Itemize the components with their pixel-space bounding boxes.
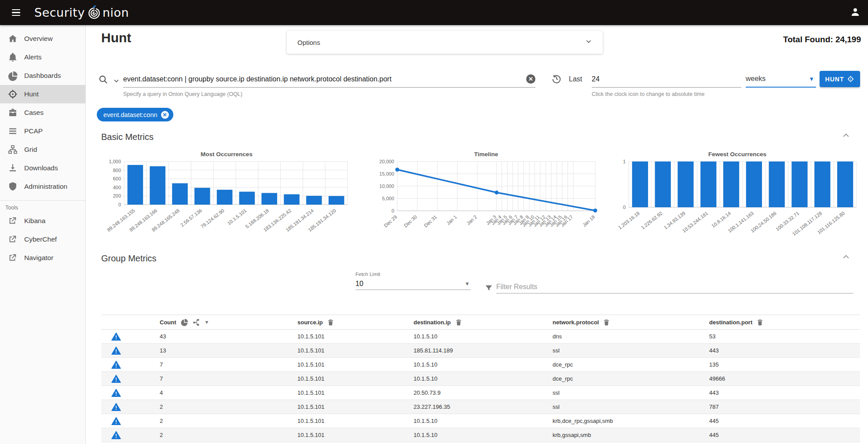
fetch-limit-select[interactable]: 10 ▼: [355, 278, 471, 290]
warning-triangle-icon[interactable]: [101, 332, 160, 341]
most-occurrences-chart-svg: 02004006008001,00089.248.163.15589.248.1…: [101, 159, 352, 243]
sidebar-item-downloads[interactable]: Downloads: [0, 159, 85, 177]
svg-text:400: 400: [113, 185, 121, 190]
sidebar-item-hunt[interactable]: Hunt: [0, 85, 85, 103]
group-results-table: Count ▼ source.ip destination: [101, 315, 860, 442]
svg-text:200: 200: [113, 193, 121, 198]
caret-down-icon[interactable]: ▼: [205, 319, 209, 325]
svg-text:15,000: 15,000: [379, 171, 394, 176]
timeline-chart-title: Timeline: [372, 151, 601, 159]
table-cell: 10.1.5.101: [297, 333, 414, 340]
time-unit-select[interactable]: weeks ▼: [746, 71, 816, 88]
sidebar-item-pcap[interactable]: PCAP: [0, 122, 85, 140]
options-panel[interactable]: Options: [287, 31, 603, 54]
graph-icon[interactable]: [192, 318, 201, 327]
sidebar-item-grid[interactable]: Grid: [0, 140, 85, 159]
hunt-button[interactable]: HUNT: [820, 71, 860, 87]
query-hint: Specify a query in Onion Query Language …: [123, 91, 242, 97]
table-cell: 2: [160, 404, 297, 410]
trash-icon[interactable]: [756, 319, 764, 326]
sidebar-item-alerts[interactable]: Alerts: [0, 48, 85, 66]
group-metrics-title: Group Metrics: [101, 253, 157, 264]
crosshair-icon: [847, 75, 854, 83]
trash-icon[interactable]: [455, 319, 462, 326]
account-icon: [850, 6, 861, 18]
table-cell: dns: [553, 333, 709, 340]
table-row[interactable]: 210.1.5.10123.227.196.35ssl787: [101, 400, 860, 414]
filter-results-field: [496, 280, 853, 294]
table-cell: 10.1.5.10: [414, 432, 553, 438]
svg-text:600: 600: [113, 176, 121, 181]
onion-spiral-icon: [86, 5, 102, 21]
column-source-ip: source.ip: [297, 319, 323, 326]
warning-triangle-icon[interactable]: [101, 402, 160, 412]
svg-text:1.203.16.18: 1.203.16.18: [617, 210, 641, 230]
table-cell: 445: [709, 418, 860, 424]
column-destination-ip: destination.ip: [414, 319, 451, 326]
table-cell: 10.1.5.10: [414, 375, 553, 382]
table-row[interactable]: 210.1.5.10110.1.5.10krb,gssapi,smb445: [101, 428, 860, 442]
clear-query-button[interactable]: ✕: [526, 74, 535, 84]
fewest-occurrences-chart-title: Fewest Occurrences: [614, 151, 861, 159]
remove-filter-icon[interactable]: ✕: [161, 111, 169, 119]
briefcase-icon: [7, 107, 18, 118]
table-row[interactable]: 410.1.5.10120.50.73.9ssl443: [101, 386, 860, 400]
duration-input[interactable]: [592, 71, 741, 87]
sidebar-item-dashboards[interactable]: Dashboards: [0, 66, 85, 85]
table-cell: 443: [709, 347, 860, 354]
app-logo: Security nion: [34, 4, 129, 21]
trash-icon[interactable]: [603, 319, 610, 326]
basic-metrics-collapse-button[interactable]: [841, 131, 851, 141]
sidebar-tool-cyberchef[interactable]: CyberChef: [0, 230, 85, 249]
clock-history-button[interactable]: [551, 73, 562, 85]
filter-results-input[interactable]: [496, 280, 853, 293]
svg-text:Jan 1: Jan 1: [446, 214, 458, 226]
sidebar-item-label: Downloads: [24, 164, 58, 172]
pie-icon: [7, 70, 18, 81]
filter-chip[interactable]: event.dataset:conn ✕: [97, 108, 173, 121]
tools-section-label: Tools: [0, 201, 85, 212]
warning-triangle-icon[interactable]: [101, 360, 160, 370]
sidebar-item-label: Grid: [24, 146, 37, 154]
trash-icon[interactable]: [327, 319, 334, 326]
sidebar-tool-navigator[interactable]: Navigator: [0, 249, 85, 267]
sidebar: OverviewAlertsDashboardsHuntCasesPCAPGri…: [0, 25, 86, 444]
filter-funnel-icon: [484, 283, 494, 295]
group-metrics-collapse-button[interactable]: [841, 252, 851, 263]
table-cell: 10.1.5.101: [297, 389, 414, 396]
table-row[interactable]: 210.1.5.10110.1.5.10krb,dce_rpc,gssapi,s…: [101, 414, 860, 428]
page-title: Hunt: [101, 30, 131, 45]
external-icon: [7, 253, 18, 263]
duration-field: [592, 71, 741, 88]
warning-triangle-icon[interactable]: [101, 346, 160, 356]
warning-triangle-icon[interactable]: [101, 388, 160, 398]
fewest-occurrences-chart-svg: 011.203.16.181.226.62.921.34.93.13910.53…: [614, 159, 861, 245]
table-cell: krb,gssapi,smb: [553, 432, 709, 438]
network-icon: [7, 144, 18, 155]
warning-triangle-icon[interactable]: [101, 430, 160, 440]
sidebar-tool-kibana[interactable]: Kibana: [0, 212, 85, 230]
table-row[interactable]: 710.1.5.10110.1.5.10dce_rpc135: [101, 358, 860, 372]
menu-button[interactable]: [7, 4, 25, 22]
warning-triangle-icon[interactable]: [101, 416, 160, 426]
svg-text:Dec 31: Dec 31: [423, 214, 438, 228]
svg-text:1,000: 1,000: [109, 159, 121, 164]
main-content: Hunt Options Total Found: 24,199 ✕ Speci…: [86, 25, 868, 444]
caret-down-icon: ▼: [465, 281, 470, 287]
svg-text:0: 0: [623, 205, 626, 210]
sidebar-item-overview[interactable]: Overview: [0, 29, 85, 48]
search-icon: [98, 74, 108, 86]
pie-chart-icon[interactable]: [180, 318, 188, 326]
table-cell: 4: [160, 389, 297, 396]
total-found-value: 24,199: [835, 35, 861, 44]
sidebar-item-administration[interactable]: Administration: [0, 177, 85, 196]
query-input[interactable]: [123, 75, 524, 83]
user-menu-button[interactable]: [850, 6, 861, 19]
query-history-chevron-icon[interactable]: [113, 77, 120, 86]
table-row[interactable]: 710.1.5.10110.1.5.10dce_rpc49666: [101, 372, 860, 386]
warning-triangle-icon[interactable]: [101, 374, 160, 384]
table-cell: 185.81.114.189: [414, 347, 553, 354]
sidebar-item-cases[interactable]: Cases: [0, 103, 85, 122]
table-row[interactable]: 4310.1.5.10110.1.5.10dns53: [101, 330, 860, 344]
table-row[interactable]: 1310.1.5.101185.81.114.189ssl443: [101, 344, 860, 358]
